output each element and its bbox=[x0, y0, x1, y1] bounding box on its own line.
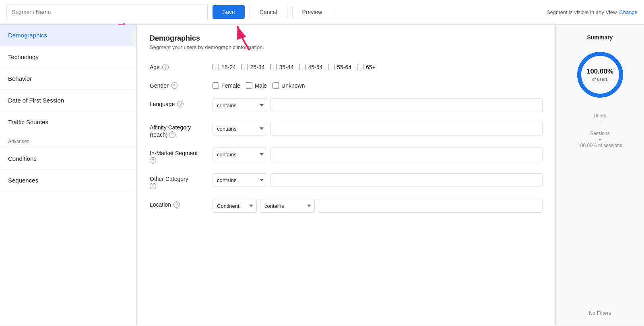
other-category-row: Other Category ? contains exactly matche… bbox=[150, 173, 543, 189]
sidebar-item-sequences[interactable]: Sequences bbox=[0, 170, 136, 191]
other-category-label: Other Category ? bbox=[150, 173, 206, 189]
in-market-filter-select[interactable]: contains exactly matches begins with end… bbox=[213, 148, 267, 161]
affinity-help-icon[interactable]: ? bbox=[169, 131, 175, 138]
affinity-category-row: Affinity Category (reach) ? contains exa… bbox=[150, 122, 543, 138]
language-label: Language ? bbox=[150, 98, 206, 107]
location-filter-input[interactable] bbox=[318, 199, 543, 213]
in-market-filter-input[interactable] bbox=[270, 148, 543, 161]
save-button[interactable]: Save bbox=[213, 5, 245, 19]
age-help-icon[interactable]: ? bbox=[162, 64, 169, 70]
sidebar-item-sequences-label: Sequences bbox=[8, 177, 38, 184]
content-area: Demographics Segment your users by demog… bbox=[137, 25, 555, 326]
sidebar: Demographics Technology Behavior Date of… bbox=[0, 25, 137, 326]
sidebar-item-date-of-first-session[interactable]: Date of First Session bbox=[0, 90, 136, 111]
age-65plus[interactable]: 65+ bbox=[357, 64, 376, 70]
preview-button[interactable]: Preview bbox=[292, 5, 332, 19]
donut-chart: 100.00% of users bbox=[574, 49, 626, 101]
in-market-label: In-Market Segment ? bbox=[150, 148, 206, 164]
sessions-label: Sessions bbox=[578, 131, 622, 136]
advanced-section-label: Advanced bbox=[0, 133, 136, 148]
location-help-icon[interactable]: ? bbox=[173, 201, 180, 208]
age-row: Age ? 18-24 25-34 35-44 45-54 55-64 bbox=[150, 62, 543, 70]
summary-users-stat: Users - bbox=[594, 113, 606, 125]
language-row: Language ? contains exactly matches begi… bbox=[150, 98, 543, 112]
sidebar-item-conditions[interactable]: Conditions bbox=[0, 148, 136, 170]
age-25-34[interactable]: 25-34 bbox=[242, 64, 265, 70]
segment-name-input[interactable] bbox=[6, 4, 208, 20]
in-market-help-icon[interactable]: ? bbox=[150, 157, 156, 164]
change-link[interactable]: Change bbox=[619, 9, 638, 15]
gender-male-checkbox[interactable] bbox=[246, 82, 252, 89]
header-visibility: Segment is visible in any View Change bbox=[547, 9, 638, 15]
affinity-filter-input[interactable] bbox=[270, 122, 543, 135]
age-18-24[interactable]: 18-24 bbox=[213, 64, 236, 70]
gender-label: Gender ? bbox=[150, 80, 206, 89]
gender-unknown-checkbox[interactable] bbox=[272, 82, 279, 89]
users-value: - bbox=[594, 119, 606, 125]
other-category-filter-group: contains exactly matches begins with end… bbox=[213, 173, 543, 187]
language-filter-group: contains exactly matches begins with end… bbox=[213, 98, 543, 112]
in-market-row: In-Market Segment ? contains exactly mat… bbox=[150, 148, 543, 164]
summary-title: Summary bbox=[587, 34, 613, 41]
sidebar-item-traffic-sources[interactable]: Traffic Sources bbox=[0, 111, 136, 133]
gender-unknown[interactable]: Unknown bbox=[272, 82, 305, 89]
age-45-54[interactable]: 45-54 bbox=[299, 64, 322, 70]
gender-male[interactable]: Male bbox=[246, 82, 267, 89]
other-category-filter-select[interactable]: contains exactly matches begins with end… bbox=[213, 173, 267, 187]
location-continent-select[interactable]: Continent Country Region City bbox=[213, 199, 257, 213]
header: Save Cancel Preview Segment is visible i… bbox=[0, 0, 644, 25]
gender-female[interactable]: Female bbox=[213, 82, 240, 89]
age-35-44[interactable]: 35-44 bbox=[270, 64, 294, 70]
age-label: Age ? bbox=[150, 62, 206, 70]
language-filter-select[interactable]: contains exactly matches begins with end… bbox=[213, 98, 267, 112]
summary-panel: Summary 100.00% of users Users - Session… bbox=[555, 25, 644, 326]
gender-row: Gender ? Female Male Unknown bbox=[150, 80, 543, 89]
gender-female-checkbox[interactable] bbox=[213, 82, 219, 89]
location-row: Location ? Continent Country Region City… bbox=[150, 199, 543, 213]
main-layout: Demographics Technology Behavior Date of… bbox=[0, 25, 644, 326]
sidebar-item-traffic-label: Traffic Sources bbox=[8, 119, 48, 125]
sidebar-item-demographics-label: Demographics bbox=[8, 32, 47, 39]
in-market-filter-group: contains exactly matches begins with end… bbox=[213, 148, 543, 161]
other-category-filter-input[interactable] bbox=[270, 173, 543, 187]
location-filter-group: Continent Country Region City contains e… bbox=[213, 199, 543, 213]
age-45-54-checkbox[interactable] bbox=[299, 64, 305, 70]
sidebar-item-conditions-label: Conditions bbox=[8, 155, 37, 162]
visibility-text: Segment is visible in any View bbox=[547, 9, 617, 15]
donut-of-users-label: of users bbox=[592, 77, 608, 82]
no-filters-label: No Filters bbox=[589, 294, 611, 316]
age-25-34-checkbox[interactable] bbox=[242, 64, 248, 70]
sidebar-item-behavior-label: Behavior bbox=[8, 75, 32, 82]
language-filter-input[interactable] bbox=[270, 98, 543, 112]
gender-checkboxes: Female Male Unknown bbox=[213, 80, 305, 89]
summary-sessions-stat: Sessions - 100.00% of sessions bbox=[578, 131, 622, 148]
content-subtitle: Segment your users by demographic inform… bbox=[150, 44, 543, 50]
donut-center: 100.00% of users bbox=[586, 68, 613, 82]
affinity-category-label: Affinity Category (reach) ? bbox=[150, 122, 206, 138]
age-18-24-checkbox[interactable] bbox=[213, 64, 219, 70]
users-label: Users bbox=[594, 113, 606, 119]
age-55-64-checkbox[interactable] bbox=[328, 64, 334, 70]
other-category-help-icon[interactable]: ? bbox=[150, 183, 156, 189]
location-label: Location ? bbox=[150, 199, 206, 208]
language-help-icon[interactable]: ? bbox=[177, 101, 184, 107]
sessions-value: - bbox=[578, 136, 622, 143]
age-55-64[interactable]: 55-64 bbox=[328, 64, 351, 70]
age-35-44-checkbox[interactable] bbox=[270, 64, 277, 70]
cancel-button[interactable]: Cancel bbox=[250, 5, 287, 19]
content-title: Demographics bbox=[150, 34, 543, 43]
age-65plus-checkbox[interactable] bbox=[357, 64, 363, 70]
donut-percent: 100.00% bbox=[586, 68, 613, 76]
sidebar-item-date-label: Date of First Session bbox=[8, 97, 64, 104]
location-filter-select[interactable]: contains exactly matches begins with end… bbox=[260, 199, 315, 213]
affinity-filter-select[interactable]: contains exactly matches begins with end… bbox=[213, 122, 267, 135]
gender-help-icon[interactable]: ? bbox=[171, 82, 178, 89]
age-checkboxes: 18-24 25-34 35-44 45-54 55-64 65+ bbox=[213, 62, 376, 70]
sessions-percent-label: 100.00% of sessions bbox=[578, 143, 622, 148]
sidebar-item-technology[interactable]: Technology bbox=[0, 46, 136, 68]
sidebar-item-behavior[interactable]: Behavior bbox=[0, 68, 136, 90]
sidebar-item-demographics[interactable]: Demographics bbox=[0, 25, 136, 46]
affinity-filter-group: contains exactly matches begins with end… bbox=[213, 122, 543, 135]
sidebar-item-technology-label: Technology bbox=[8, 53, 39, 60]
